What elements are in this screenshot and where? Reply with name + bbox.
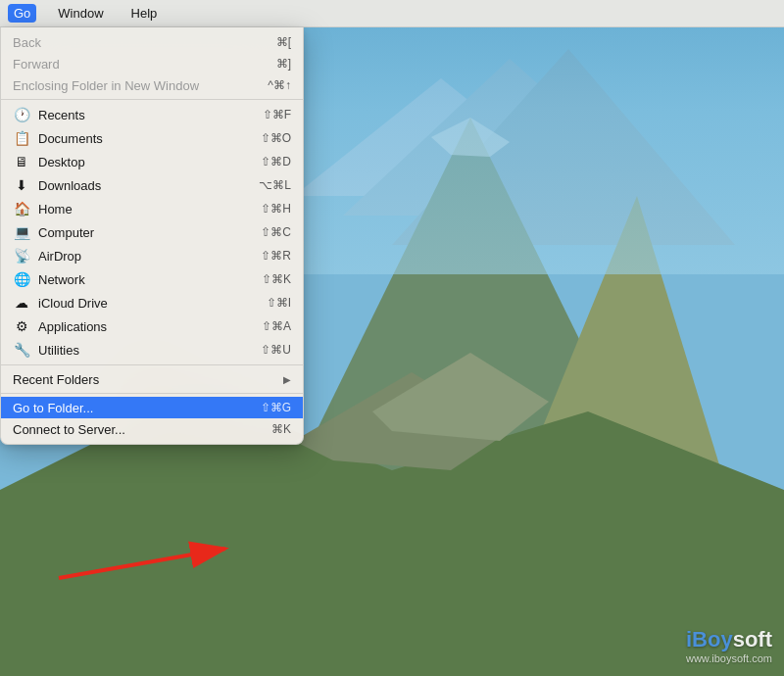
- separator-1: [1, 99, 303, 100]
- home-icon: 🏠: [13, 200, 30, 217]
- recents-icon: 🕐: [13, 106, 30, 123]
- menubar-window[interactable]: Window: [52, 4, 109, 23]
- icloud-icon: ☁: [13, 294, 30, 312]
- menu-item-forward[interactable]: Forward ⌘]: [1, 53, 303, 74]
- downloads-icon: ⬇: [13, 176, 30, 194]
- menu-item-applications[interactable]: ⚙ Applications ⇧⌘A: [1, 314, 303, 338]
- documents-icon: 📋: [13, 129, 30, 147]
- computer-icon: 💻: [13, 223, 30, 241]
- menu-item-home[interactable]: 🏠 Home ⇧⌘H: [1, 197, 303, 220]
- menu-item-downloads[interactable]: ⬇ Downloads ⌥⌘L: [1, 173, 303, 197]
- annotation-arrow: [49, 529, 294, 598]
- menu-item-connect-server[interactable]: Connect to Server... ⌘K: [1, 418, 303, 440]
- menu-item-computer[interactable]: 💻 Computer ⇧⌘C: [1, 220, 303, 244]
- menu-item-recents[interactable]: 🕐 Recents ⇧⌘F: [1, 103, 303, 126]
- menu-item-back[interactable]: Back ⌘[: [1, 31, 303, 53]
- menu-item-desktop[interactable]: 🖥 Desktop ⇧⌘D: [1, 150, 303, 173]
- menu-item-recent-folders[interactable]: Recent Folders ▶: [1, 368, 303, 390]
- airdrop-icon: 📡: [13, 247, 30, 265]
- network-icon: 🌐: [13, 270, 30, 288]
- menubar: Go Window Help: [0, 0, 784, 27]
- submenu-arrow-icon: ▶: [283, 374, 291, 385]
- watermark-soft: soft: [733, 627, 772, 652]
- menu-item-documents[interactable]: 📋 Documents ⇧⌘O: [1, 126, 303, 150]
- menubar-help[interactable]: Help: [125, 4, 164, 23]
- svg-line-13: [59, 549, 225, 578]
- menu-item-network[interactable]: 🌐 Network ⇧⌘K: [1, 267, 303, 291]
- watermark: iBoy soft www.iboysoft.com: [686, 627, 772, 664]
- watermark-domain: www.iboysoft.com: [686, 652, 772, 664]
- menu-item-airdrop[interactable]: 📡 AirDrop ⇧⌘R: [1, 244, 303, 267]
- utilities-icon: 🔧: [13, 341, 30, 359]
- menubar-go[interactable]: Go: [8, 4, 36, 23]
- menu-item-enclosing[interactable]: Enclosing Folder in New Window ^⌘↑: [1, 74, 303, 96]
- applications-icon: ⚙: [13, 317, 30, 335]
- watermark-iboy: iBoy: [686, 627, 733, 652]
- separator-2: [1, 364, 303, 365]
- desktop-icon: 🖥: [13, 153, 30, 170]
- separator-3: [1, 393, 303, 394]
- menu-item-icloud[interactable]: ☁ iCloud Drive ⇧⌘I: [1, 291, 303, 314]
- menu-item-utilities[interactable]: 🔧 Utilities ⇧⌘U: [1, 338, 303, 362]
- menu-item-goto-folder[interactable]: Go to Folder... ⇧⌘G: [1, 397, 303, 418]
- go-menu: Back ⌘[ Forward ⌘] Enclosing Folder in N…: [0, 27, 304, 445]
